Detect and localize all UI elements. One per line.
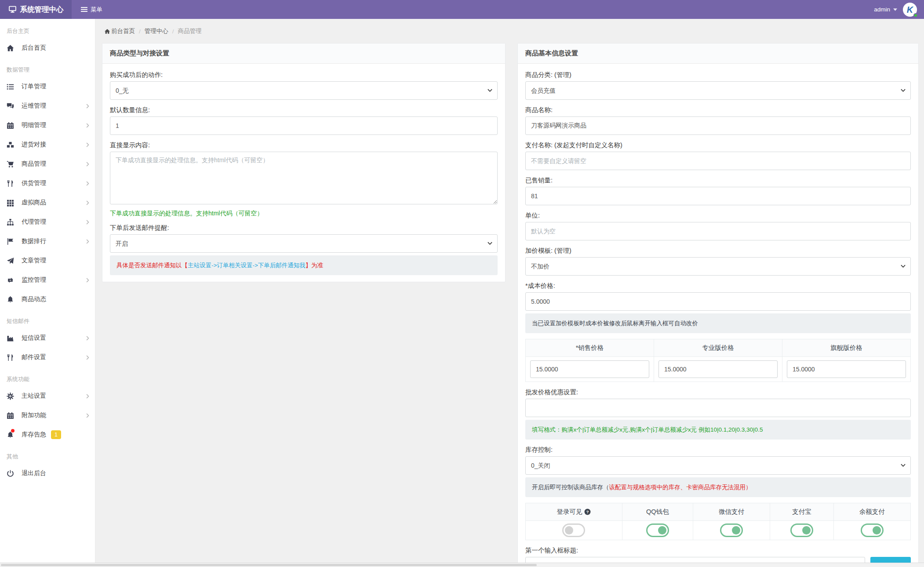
sidebar-item-purchase-docking[interactable]: 进货对接 [0, 135, 95, 154]
price-input[interactable] [658, 360, 778, 378]
toggle-knob [873, 526, 881, 534]
breadcrumb-home-link[interactable]: 前台首页 [104, 27, 135, 35]
home-icon [104, 29, 110, 34]
comments-icon [7, 102, 14, 110]
sidebar-item-data-ranking[interactable]: 数据排行 [0, 232, 95, 251]
helper-segment: 该配置与规格选项中的库存、卡密商品库存无法混用） [609, 484, 752, 491]
toggle-switch[interactable] [646, 523, 669, 537]
desktop-icon [8, 6, 17, 13]
menu-toggle-label: 菜单 [91, 6, 102, 14]
chevron-right-icon [86, 220, 89, 225]
sidebar-item-detail-management[interactable]: 明细管理 [0, 116, 95, 135]
gear-icon [7, 393, 14, 400]
user-dropdown[interactable]: admin [874, 6, 897, 13]
helper-segment: 具体是否发送邮件通知以【 [116, 262, 188, 269]
sidebar-item-label: 运维管理 [22, 102, 46, 110]
svg-text:K: K [907, 5, 914, 15]
sidebar-item-stock-alert[interactable]: 库存告急1 [0, 425, 95, 444]
sidebar-item-sms-settings[interactable]: 短信设置 [0, 328, 95, 348]
toggle-cell [622, 521, 693, 540]
sidebar-item-mail-settings[interactable]: 邮件设置 [0, 348, 95, 367]
toggle-column-label: 登录可见 [557, 508, 582, 515]
toggle-knob [802, 526, 811, 534]
sidebar-item-order-management[interactable]: 订单管理 [0, 77, 95, 96]
sidebar-item-virtual-products[interactable]: 虚拟商品 [0, 193, 95, 212]
sidebar-item-logout[interactable]: 退出后台 [0, 464, 95, 483]
home-icon [7, 44, 14, 52]
form-group: *销售价格专业版价格旗舰版价格 [525, 339, 911, 382]
select-input[interactable]: 0_关闭 [525, 456, 911, 475]
field-label: 加价模板: (管理) [525, 246, 911, 255]
question-circle-icon[interactable]: ? [584, 509, 591, 515]
sidebar-item-agent-management[interactable]: 代理管理 [0, 212, 95, 232]
form-group: 批发价格优惠设置:填写格式：购满x个|订单总额减少x元,购满x个|订单总额减少x… [525, 388, 911, 440]
price-input[interactable] [787, 360, 906, 378]
menu-toggle-button[interactable]: 菜单 [81, 6, 102, 14]
helper-segment: 开启后即可控制该商品库存（ [532, 484, 609, 491]
sidebar-item-product-management[interactable]: 商品管理 [0, 154, 95, 174]
toggle-switch[interactable] [861, 523, 884, 537]
panel-title: 商品类型与对接设置 [102, 44, 505, 64]
sidebar-item-supply-management[interactable]: 供货管理 [0, 174, 95, 193]
text-input[interactable] [525, 152, 911, 170]
sidebar-item-article-management[interactable]: 文章管理 [0, 251, 95, 270]
breadcrumb-separator: / [139, 28, 141, 35]
toggle-switch[interactable] [720, 523, 743, 537]
price-cell [526, 357, 654, 382]
price-column-header: 专业版价格 [654, 339, 782, 357]
app-title: 系统管理中心 [20, 5, 64, 15]
field-label: 商品名称: [525, 105, 911, 114]
form-group: 单位: [525, 211, 911, 240]
breadcrumb-admin-link[interactable]: 管理中心 [145, 27, 168, 35]
chevron-right-icon [86, 142, 89, 147]
sidebar-item-label: 代理管理 [22, 218, 46, 226]
textarea-input[interactable] [110, 152, 498, 204]
sidebar-item-backend-home[interactable]: 后台首页 [0, 38, 95, 58]
sidebar-item-ops-management[interactable]: 运维管理 [0, 96, 95, 116]
select-field: 会员充值 [525, 81, 911, 100]
toggle-switch[interactable] [790, 523, 813, 537]
cutlery-icon [7, 354, 14, 361]
retweet-icon [7, 276, 14, 284]
chevron-right-icon [86, 394, 89, 399]
horizontal-scrollbar[interactable] [0, 563, 924, 567]
calendar-icon [7, 122, 14, 129]
toggle-column-label: 余额支付 [859, 508, 885, 515]
select-input[interactable]: 不加价 [525, 257, 911, 276]
toggle-column-header: 登录可见? [526, 503, 622, 521]
form-group: 下单后发送邮件提醒:开启具体是否发送邮件通知以【主站设置->订单相关设置->下单… [110, 223, 498, 275]
toggle-cell [833, 521, 910, 540]
sidebar-item-label: 库存告急 [22, 431, 46, 439]
payment-toggle-table: 登录可见?QQ钱包微信支付支付宝余额支付 [525, 503, 911, 540]
select-input[interactable]: 0_无 [110, 81, 498, 100]
toggle-cell [693, 521, 770, 540]
select-input[interactable]: 会员充值 [525, 81, 911, 100]
select-input[interactable]: 开启 [110, 234, 498, 253]
toggle-column-header: 余额支付 [833, 503, 910, 521]
sidebar-item-site-settings[interactable]: 主站设置 [0, 386, 95, 406]
text-input[interactable] [525, 292, 911, 311]
sidebar-item-product-news[interactable]: 商品动态 [0, 290, 95, 309]
list-icon [7, 83, 14, 91]
app-brand[interactable]: 系统管理中心 [0, 0, 72, 19]
text-input[interactable] [525, 399, 911, 417]
chevron-right-icon [86, 239, 89, 244]
sidebar-item-label: 明细管理 [22, 121, 46, 129]
toggle-table-header-row: 登录可见?QQ钱包微信支付支付宝余额支付 [526, 503, 911, 521]
price-input[interactable] [530, 360, 649, 378]
sidebar-item-extra-functions[interactable]: 附加功能 [0, 406, 95, 425]
text-input[interactable] [525, 222, 911, 240]
field-label: 批发价格优惠设置: [525, 388, 911, 396]
form-group: 登录可见?QQ钱包微信支付支付宝余额支付 [525, 503, 911, 540]
sidebar-item-monitor-management[interactable]: 监控管理 [0, 270, 95, 290]
text-input[interactable] [525, 187, 911, 205]
text-input[interactable] [525, 116, 911, 135]
scrollbar-thumb[interactable] [1, 564, 537, 566]
power-icon [7, 470, 14, 477]
svg-text:?: ? [586, 510, 589, 514]
user-avatar[interactable]: K [902, 2, 917, 17]
sidebar-item-label: 短信设置 [22, 334, 46, 342]
text-input[interactable] [110, 116, 498, 135]
breadcrumb: 前台首页 / 管理中心 / 商品管理 [95, 19, 924, 43]
toggle-switch[interactable] [562, 523, 585, 537]
